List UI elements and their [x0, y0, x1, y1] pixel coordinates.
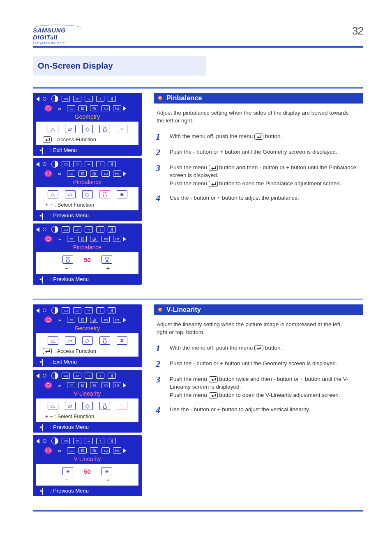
osd-icon: ▭: [67, 382, 75, 388]
osd-hint: + − : Select Function: [36, 412, 138, 422]
osd-icon: ▭: [67, 105, 75, 111]
osd-icon: ▭: [67, 170, 75, 177]
sub-icon-pin: ⟅⟆: [99, 402, 110, 410]
osd-screen: ▭▱↔↕)(∞▭⊡◎▭HzPinbalance ⟅⟆ 50 ⟆⟅ −+ : Pr…: [33, 223, 142, 285]
osd-icon: ▭: [101, 382, 110, 388]
osd-screen: ▭▱↔↕)(∞▭⊡◎▭HzGeometry⏢▱◇⟅⟆≡ : Access Fun…: [33, 304, 142, 367]
osd-icon: ⊡: [78, 105, 87, 111]
brightness-icon: [41, 438, 48, 444]
osd-top-icon: ▱: [73, 307, 81, 313]
osd-adjust-row: ≡ 50 ≡: [36, 464, 138, 476]
sub-icon-pin: ⟅⟆: [99, 190, 110, 198]
bullet-icon: [158, 96, 162, 100]
enter-icon: [209, 181, 218, 187]
osd-screen: ▭▱↔↕)(∞▭⊡◎▭HzPinbalance⏢▱◇⟅⟆≡+ − : Selec…: [33, 158, 142, 221]
osd-icon: ▭: [101, 170, 110, 177]
geometry-icon: [44, 235, 52, 242]
adj-left-icon: ⟅⟆: [62, 256, 73, 264]
sub-icon-rhom: ◇: [82, 190, 93, 198]
enter-icon: [254, 345, 263, 351]
sub-icon-pin: ⟅⟆: [99, 336, 110, 345]
step-number: 4: [156, 194, 166, 203]
osd-footer: : Previous Menu: [33, 486, 142, 496]
step-text: Push the menu button twice and then - bu…: [170, 375, 363, 399]
osd-screen: ▭▱↔↕)(∞▭⊡◎▭HzV-Linearity ≡ 50 ≡ −+ : Pre…: [33, 435, 142, 496]
osd-label: Pinbalance: [33, 244, 142, 252]
osd-top-icon: ▭: [62, 307, 70, 313]
contrast-icon: [51, 95, 58, 102]
osd-icon: ∞: [55, 382, 64, 388]
adj-value: 50: [84, 256, 91, 263]
hz-icon: Hz: [113, 382, 121, 388]
page-banner: On-Screen Display Pinbalance / V-Lineari…: [33, 56, 363, 76]
enter-icon: [209, 376, 218, 382]
osd-top-icon: )(: [108, 373, 116, 379]
osd-icon: ◎: [90, 236, 98, 242]
page-number: 32: [352, 25, 363, 37]
sub-icon-para: ▱: [65, 336, 76, 345]
osd-icon: ⊡: [78, 317, 87, 323]
osd-hint: : Access Function: [36, 135, 138, 145]
hz-icon: Hz: [113, 317, 121, 323]
step-list: 1 With the menu off, push the menu butto…: [156, 132, 363, 203]
arrow-right-icon: [123, 318, 126, 322]
osd-top-icon: ▭: [62, 226, 70, 233]
osd-icon-grid: ▭▱↔↕)(∞▭⊡◎▭Hz: [33, 435, 142, 455]
step-list: 1 With the menu off, push the menu butto…: [156, 344, 363, 415]
brightness-icon: [41, 307, 48, 314]
sub-icon-para: ▱: [65, 125, 76, 133]
hz-icon: Hz: [113, 170, 121, 177]
osd-top-icon: ▭: [62, 438, 70, 444]
hz-icon: Hz: [113, 447, 121, 454]
step-number: 1: [156, 132, 166, 141]
osd-icon: ▭: [101, 317, 110, 323]
osd-plus-minus: −+: [36, 265, 138, 274]
osd-icon: ◎: [90, 105, 98, 111]
osd-adjust-row: ⟅⟆ 50 ⟆⟅: [36, 252, 138, 265]
osd-top-icon: ↕: [96, 96, 104, 102]
step-text: Use the - button or + button to adjust t…: [170, 194, 363, 202]
osd-icon: ∞: [55, 236, 64, 242]
section-title: Pinbalance: [166, 94, 202, 102]
arrow-left-icon: [36, 227, 39, 232]
osd-top-icon: ↕: [96, 438, 104, 444]
osd-footer: : Exit Menu: [33, 357, 142, 367]
osd-top-icon: ↕: [96, 373, 104, 379]
osd-hint: + − : Select Function: [36, 200, 138, 210]
brightness-icon: [41, 226, 48, 233]
osd-column: ▭▱↔↕)(∞▭⊡◎▭HzGeometry⏢▱◇⟅⟆≡ : Access Fun…: [33, 304, 142, 499]
osd-top-icon: ▱: [73, 161, 81, 167]
step-text: Push the menu button and then - button o…: [170, 164, 363, 188]
osd-top-icon: ↔: [85, 96, 93, 102]
step-number: 2: [156, 359, 166, 368]
osd-sub-icons: ⏢▱◇⟅⟆≡: [36, 187, 138, 200]
osd-icon: ∞: [55, 170, 64, 177]
contrast-icon: [51, 372, 58, 379]
osd-icon: ▭: [101, 105, 110, 111]
enter-icon: [209, 392, 218, 398]
step-text: Use the - button or + button to adjust t…: [170, 405, 363, 414]
step-number: 2: [156, 148, 166, 157]
osd-icon: ▭: [67, 236, 75, 242]
osd-icon: ◎: [90, 382, 98, 388]
adj-value: 50: [84, 468, 91, 475]
osd-icon: ⊡: [78, 236, 87, 242]
osd-footer: : Previous Menu: [33, 422, 142, 433]
arrow-left-icon: [36, 439, 39, 444]
osd-plus-minus: −+: [36, 476, 138, 486]
osd-icon: ⊡: [78, 382, 87, 388]
osd-icon-grid: ▭▱↔↕)(∞▭⊡◎▭Hz: [33, 370, 142, 389]
arrow-left-icon: [36, 373, 39, 378]
osd-top-icon: ▱: [73, 226, 81, 233]
contrast-icon: [51, 226, 58, 233]
osd-icon: ▭: [101, 236, 110, 242]
osd-screen: ▭▱↔↕)(∞▭⊡◎▭HzGeometry⏢▱◇⟅⟆≡ : Access Fun…: [33, 93, 142, 156]
osd-label: Pinbalance: [33, 179, 142, 187]
sub-icon-trap: ⏢: [48, 125, 58, 133]
sub-icon-vlin: ≡: [117, 125, 127, 133]
osd-top-icon: ▭: [62, 96, 70, 102]
geometry-icon: [44, 382, 52, 389]
brightness-icon: [41, 95, 48, 102]
sub-icon-rhom: ◇: [82, 336, 93, 345]
sub-icon-vlin: ≡: [117, 402, 127, 410]
